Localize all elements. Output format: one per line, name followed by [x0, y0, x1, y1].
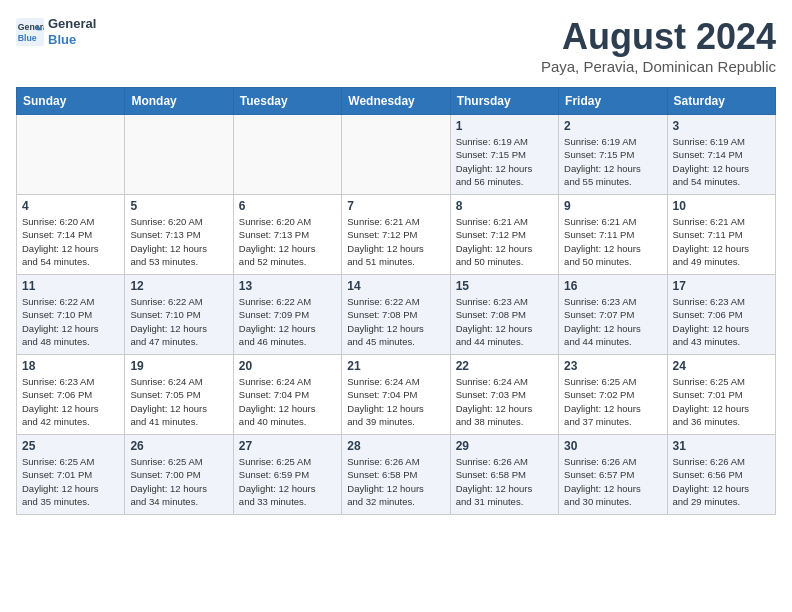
day-info: Sunrise: 6:20 AM Sunset: 7:14 PM Dayligh… — [22, 215, 119, 268]
calendar-cell-w2-d4: 15Sunrise: 6:23 AM Sunset: 7:08 PM Dayli… — [450, 275, 558, 355]
title-section: August 2024 Paya, Peravia, Dominican Rep… — [541, 16, 776, 75]
calendar-cell-w4-d5: 30Sunrise: 6:26 AM Sunset: 6:57 PM Dayli… — [559, 435, 667, 515]
day-info: Sunrise: 6:19 AM Sunset: 7:14 PM Dayligh… — [673, 135, 770, 188]
day-info: Sunrise: 6:24 AM Sunset: 7:04 PM Dayligh… — [347, 375, 444, 428]
calendar-cell-w1-d6: 10Sunrise: 6:21 AM Sunset: 7:11 PM Dayli… — [667, 195, 775, 275]
day-info: Sunrise: 6:21 AM Sunset: 7:11 PM Dayligh… — [673, 215, 770, 268]
calendar-cell-w4-d0: 25Sunrise: 6:25 AM Sunset: 7:01 PM Dayli… — [17, 435, 125, 515]
calendar-cell-w2-d2: 13Sunrise: 6:22 AM Sunset: 7:09 PM Dayli… — [233, 275, 341, 355]
calendar-cell-w2-d3: 14Sunrise: 6:22 AM Sunset: 7:08 PM Dayli… — [342, 275, 450, 355]
logo-text: General Blue — [48, 16, 96, 47]
day-info: Sunrise: 6:23 AM Sunset: 7:06 PM Dayligh… — [673, 295, 770, 348]
calendar-cell-w2-d0: 11Sunrise: 6:22 AM Sunset: 7:10 PM Dayli… — [17, 275, 125, 355]
day-info: Sunrise: 6:26 AM Sunset: 6:57 PM Dayligh… — [564, 455, 661, 508]
weekday-header-friday: Friday — [559, 88, 667, 115]
calendar-cell-w3-d6: 24Sunrise: 6:25 AM Sunset: 7:01 PM Dayli… — [667, 355, 775, 435]
calendar-cell-w1-d0: 4Sunrise: 6:20 AM Sunset: 7:14 PM Daylig… — [17, 195, 125, 275]
calendar-cell-w3-d1: 19Sunrise: 6:24 AM Sunset: 7:05 PM Dayli… — [125, 355, 233, 435]
calendar-cell-w3-d0: 18Sunrise: 6:23 AM Sunset: 7:06 PM Dayli… — [17, 355, 125, 435]
calendar-cell-w1-d2: 6Sunrise: 6:20 AM Sunset: 7:13 PM Daylig… — [233, 195, 341, 275]
day-info: Sunrise: 6:25 AM Sunset: 6:59 PM Dayligh… — [239, 455, 336, 508]
day-info: Sunrise: 6:26 AM Sunset: 6:58 PM Dayligh… — [347, 455, 444, 508]
day-number: 7 — [347, 199, 444, 213]
calendar-cell-w3-d3: 21Sunrise: 6:24 AM Sunset: 7:04 PM Dayli… — [342, 355, 450, 435]
day-number: 22 — [456, 359, 553, 373]
calendar-cell-w4-d6: 31Sunrise: 6:26 AM Sunset: 6:56 PM Dayli… — [667, 435, 775, 515]
svg-text:Blue: Blue — [18, 32, 37, 42]
day-number: 1 — [456, 119, 553, 133]
day-number: 24 — [673, 359, 770, 373]
logo: General Blue General Blue — [16, 16, 96, 47]
day-info: Sunrise: 6:21 AM Sunset: 7:12 PM Dayligh… — [347, 215, 444, 268]
day-number: 28 — [347, 439, 444, 453]
calendar-cell-w3-d2: 20Sunrise: 6:24 AM Sunset: 7:04 PM Dayli… — [233, 355, 341, 435]
day-number: 18 — [22, 359, 119, 373]
day-info: Sunrise: 6:21 AM Sunset: 7:11 PM Dayligh… — [564, 215, 661, 268]
day-info: Sunrise: 6:21 AM Sunset: 7:12 PM Dayligh… — [456, 215, 553, 268]
svg-text:General: General — [18, 22, 44, 32]
day-info: Sunrise: 6:23 AM Sunset: 7:06 PM Dayligh… — [22, 375, 119, 428]
day-info: Sunrise: 6:25 AM Sunset: 7:01 PM Dayligh… — [22, 455, 119, 508]
weekday-header-sunday: Sunday — [17, 88, 125, 115]
calendar-cell-w0-d6: 3Sunrise: 6:19 AM Sunset: 7:14 PM Daylig… — [667, 115, 775, 195]
calendar-cell-w2-d1: 12Sunrise: 6:22 AM Sunset: 7:10 PM Dayli… — [125, 275, 233, 355]
day-number: 25 — [22, 439, 119, 453]
day-number: 10 — [673, 199, 770, 213]
weekday-header-tuesday: Tuesday — [233, 88, 341, 115]
weekday-header-thursday: Thursday — [450, 88, 558, 115]
calendar-cell-w1-d1: 5Sunrise: 6:20 AM Sunset: 7:13 PM Daylig… — [125, 195, 233, 275]
day-info: Sunrise: 6:24 AM Sunset: 7:05 PM Dayligh… — [130, 375, 227, 428]
weekday-header-monday: Monday — [125, 88, 233, 115]
day-number: 3 — [673, 119, 770, 133]
day-number: 16 — [564, 279, 661, 293]
day-number: 19 — [130, 359, 227, 373]
calendar-cell-w1-d5: 9Sunrise: 6:21 AM Sunset: 7:11 PM Daylig… — [559, 195, 667, 275]
day-info: Sunrise: 6:24 AM Sunset: 7:03 PM Dayligh… — [456, 375, 553, 428]
day-info: Sunrise: 6:22 AM Sunset: 7:10 PM Dayligh… — [22, 295, 119, 348]
calendar-subtitle: Paya, Peravia, Dominican Republic — [541, 58, 776, 75]
day-number: 13 — [239, 279, 336, 293]
day-info: Sunrise: 6:25 AM Sunset: 7:02 PM Dayligh… — [564, 375, 661, 428]
day-info: Sunrise: 6:19 AM Sunset: 7:15 PM Dayligh… — [456, 135, 553, 188]
day-number: 14 — [347, 279, 444, 293]
day-info: Sunrise: 6:26 AM Sunset: 6:58 PM Dayligh… — [456, 455, 553, 508]
calendar-header: SundayMondayTuesdayWednesdayThursdayFrid… — [17, 88, 776, 115]
day-info: Sunrise: 6:24 AM Sunset: 7:04 PM Dayligh… — [239, 375, 336, 428]
day-info: Sunrise: 6:22 AM Sunset: 7:08 PM Dayligh… — [347, 295, 444, 348]
calendar-title: August 2024 — [541, 16, 776, 58]
weekday-header-wednesday: Wednesday — [342, 88, 450, 115]
calendar-cell-w4-d2: 27Sunrise: 6:25 AM Sunset: 6:59 PM Dayli… — [233, 435, 341, 515]
day-number: 17 — [673, 279, 770, 293]
calendar-cell-w0-d3 — [342, 115, 450, 195]
calendar-cell-w1-d3: 7Sunrise: 6:21 AM Sunset: 7:12 PM Daylig… — [342, 195, 450, 275]
day-number: 8 — [456, 199, 553, 213]
calendar-cell-w0-d4: 1Sunrise: 6:19 AM Sunset: 7:15 PM Daylig… — [450, 115, 558, 195]
calendar-cell-w0-d2 — [233, 115, 341, 195]
calendar-table: SundayMondayTuesdayWednesdayThursdayFrid… — [16, 87, 776, 515]
day-number: 5 — [130, 199, 227, 213]
calendar-cell-w4-d3: 28Sunrise: 6:26 AM Sunset: 6:58 PM Dayli… — [342, 435, 450, 515]
day-number: 30 — [564, 439, 661, 453]
day-info: Sunrise: 6:20 AM Sunset: 7:13 PM Dayligh… — [130, 215, 227, 268]
day-info: Sunrise: 6:25 AM Sunset: 7:00 PM Dayligh… — [130, 455, 227, 508]
day-number: 23 — [564, 359, 661, 373]
logo-icon: General Blue — [16, 18, 44, 46]
day-number: 4 — [22, 199, 119, 213]
day-number: 27 — [239, 439, 336, 453]
calendar-cell-w4-d4: 29Sunrise: 6:26 AM Sunset: 6:58 PM Dayli… — [450, 435, 558, 515]
calendar-cell-w0-d5: 2Sunrise: 6:19 AM Sunset: 7:15 PM Daylig… — [559, 115, 667, 195]
day-number: 26 — [130, 439, 227, 453]
day-number: 12 — [130, 279, 227, 293]
day-info: Sunrise: 6:22 AM Sunset: 7:09 PM Dayligh… — [239, 295, 336, 348]
day-info: Sunrise: 6:19 AM Sunset: 7:15 PM Dayligh… — [564, 135, 661, 188]
page-header: General Blue General Blue August 2024 Pa… — [16, 16, 776, 75]
calendar-cell-w3-d4: 22Sunrise: 6:24 AM Sunset: 7:03 PM Dayli… — [450, 355, 558, 435]
day-number: 2 — [564, 119, 661, 133]
day-number: 29 — [456, 439, 553, 453]
day-info: Sunrise: 6:23 AM Sunset: 7:07 PM Dayligh… — [564, 295, 661, 348]
calendar-cell-w0-d0 — [17, 115, 125, 195]
day-number: 6 — [239, 199, 336, 213]
day-info: Sunrise: 6:25 AM Sunset: 7:01 PM Dayligh… — [673, 375, 770, 428]
day-number: 11 — [22, 279, 119, 293]
weekday-header-saturday: Saturday — [667, 88, 775, 115]
